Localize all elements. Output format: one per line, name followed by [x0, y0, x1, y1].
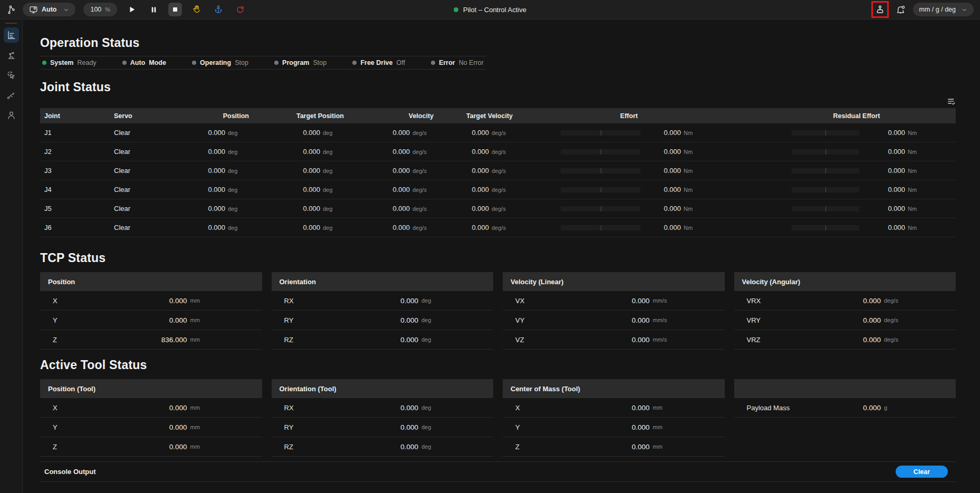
card-title: Position	[40, 272, 262, 291]
unit: Nm	[908, 225, 921, 231]
speed-unit: %	[105, 6, 110, 13]
joint-table-row: J5Clear0.000deg0.000deg0.000deg/s0.000de…	[40, 199, 956, 218]
left-sidebar	[0, 20, 23, 493]
residual-effort-gauge	[792, 168, 859, 173]
unit: deg	[228, 187, 249, 193]
row-value: 0.000	[169, 404, 187, 412]
velocity-cell: 0.000deg/s	[344, 148, 434, 156]
value-with-unit: 0.000Nm	[859, 167, 921, 175]
row-label: X	[515, 404, 632, 412]
row-label: VRY	[747, 316, 863, 324]
joint-status-table: JointServoPositionTarget PositionVelocit…	[40, 108, 956, 237]
row-unit: mm	[653, 424, 678, 430]
row-unit: mm	[190, 297, 216, 304]
card-row: Y0.000mm	[40, 418, 262, 437]
row-value: 0.000	[632, 316, 650, 324]
card-title: Orientation (Tool)	[272, 379, 494, 398]
console-clear-button[interactable]: Clear	[896, 466, 948, 478]
row-label: Y	[515, 423, 632, 431]
joint-table-row: J6Clear0.000deg0.000deg0.000deg/s0.000de…	[40, 218, 956, 237]
hand-guide-button[interactable]	[190, 3, 204, 16]
unit: deg	[228, 130, 249, 136]
value: 0.000	[392, 129, 410, 137]
value-with-unit: 0.000Nm	[640, 129, 697, 137]
pilot-status-label: Pilot – Control Active	[463, 6, 526, 14]
card-row: X0.000mm	[503, 398, 725, 418]
row-unit: mm	[653, 404, 678, 411]
joint-cell: J1	[40, 129, 110, 137]
sidebar-item-user[interactable]	[4, 108, 19, 123]
unit: deg/s	[412, 206, 434, 212]
row-label: VY	[515, 316, 632, 324]
value: 0.000	[392, 167, 410, 175]
row-unit: deg	[421, 404, 447, 411]
sidebar-item-path[interactable]	[4, 88, 19, 103]
sidebar-item-pointer-control[interactable]	[4, 67, 19, 83]
residual-effort-gauge	[792, 206, 859, 211]
sidebar-item-robot[interactable]	[4, 47, 19, 63]
row-unit: mm/s	[653, 297, 678, 304]
units-dropdown[interactable]: mm / g / deg	[913, 3, 974, 16]
console-output-title: Console Output	[44, 468, 96, 476]
monitor-gear-icon	[29, 5, 38, 14]
unit: deg	[323, 149, 344, 155]
sidebar-item-status-monitor[interactable]	[4, 27, 19, 43]
status-indicator: AutoMode	[122, 59, 166, 66]
notification-bell-icon[interactable]	[894, 3, 908, 16]
value: 0.000	[208, 129, 225, 137]
residual-effort-gauge	[792, 187, 859, 192]
position-cell: 0.000deg	[170, 205, 249, 212]
card-row: VZ0.000mm/s	[503, 330, 725, 350]
row-label: Z	[515, 443, 632, 451]
effort-cell: 0.000Nm	[513, 180, 708, 199]
stop-button[interactable]	[168, 3, 182, 16]
target-velocity-cell: 0.000deg/s	[434, 129, 513, 137]
value: 0.000	[208, 148, 225, 156]
row-value: 0.000	[400, 336, 418, 344]
status-indicator: OperatingStop	[192, 59, 248, 66]
value: 0.000	[888, 167, 905, 175]
joint-cell: J5	[40, 205, 110, 212]
row-label: RX	[284, 297, 401, 305]
play-button[interactable]	[125, 3, 139, 16]
servo-cell: Clear	[110, 148, 170, 156]
row-label: Y	[53, 423, 169, 431]
joint-table-row: J1Clear0.000deg0.000deg0.000deg/s0.000de…	[40, 123, 956, 142]
value: 0.000	[303, 205, 320, 212]
unit: Nm	[908, 130, 921, 136]
joint-status-title: Joint Status	[40, 80, 956, 94]
unit: Nm	[908, 206, 921, 212]
effort-gauge	[561, 206, 640, 211]
value: 0.000	[664, 167, 681, 175]
row-unit: deg	[421, 317, 447, 323]
target-position-cell: 0.000deg	[249, 186, 344, 194]
reset-button[interactable]	[233, 3, 247, 16]
joystick-button-highlighted[interactable]	[871, 1, 889, 18]
joint-cell: J4	[40, 186, 110, 194]
row-unit: mm	[190, 404, 216, 411]
unit: Nm	[908, 149, 921, 155]
unit: Nm	[684, 130, 697, 136]
list-check-icon[interactable]	[947, 97, 956, 106]
speed-control[interactable]: 100 %	[83, 3, 117, 16]
row-unit: deg	[421, 424, 447, 430]
target-velocity-cell: 0.000deg/s	[434, 148, 513, 156]
servo-cell: Clear	[110, 167, 170, 175]
pause-button[interactable]	[147, 3, 160, 16]
card-row: VY0.000mm/s	[503, 311, 725, 330]
status-indicator: SystemReady	[42, 59, 97, 66]
status-value: Stop	[235, 59, 248, 66]
joint-table-row: J4Clear0.000deg0.000deg0.000deg/s0.000de…	[40, 180, 956, 199]
card-row: RX0.000deg	[272, 291, 494, 311]
mode-dropdown[interactable]: Auto	[23, 3, 75, 16]
status-card: Payload Mass0.000g	[734, 379, 956, 457]
status-value: Mode	[149, 59, 166, 66]
bar-chart-icon	[6, 30, 16, 40]
velocity-cell: 0.000deg/s	[344, 186, 434, 194]
status-card: Velocity (Angular)VRX0.000deg/sVRY0.000d…	[734, 272, 956, 350]
card-row: VRX0.000deg/s	[734, 291, 956, 311]
console-output-bar: Console Output Clear	[40, 461, 956, 482]
operation-status-title: Operation Status	[40, 36, 486, 50]
anchor-button[interactable]	[212, 3, 225, 16]
value-with-unit: 0.000Nm	[859, 148, 921, 156]
